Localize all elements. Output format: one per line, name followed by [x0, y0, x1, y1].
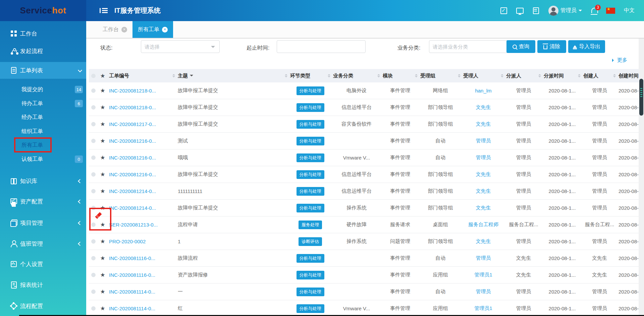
sort-caret-icon[interactable] [328, 73, 330, 79]
row-select-dot[interactable] [91, 172, 96, 177]
select-all-dot[interactable] [91, 74, 96, 78]
table-row[interactable]: ★INC-2020081214-0...1111111111分析与处理信息运维平… [89, 183, 644, 200]
vertical-scrollbar[interactable] [639, 39, 644, 316]
form-list-icon[interactable] [532, 7, 540, 14]
ticket-id-link[interactable]: INC-2020081218-0... [109, 105, 156, 110]
row-select-dot[interactable] [91, 306, 96, 311]
header-id[interactable]: 工单编号 [108, 73, 176, 79]
sort-caret-icon[interactable] [578, 73, 581, 79]
star-icon[interactable]: ★ [100, 288, 105, 295]
sort-caret-icon[interactable] [415, 73, 418, 79]
language-switcher[interactable]: 中文 [624, 7, 635, 14]
import-export-button[interactable]: 导入导出 [568, 40, 605, 53]
assignee-link[interactable]: 管理员1 [474, 272, 492, 278]
user-avatar[interactable] [548, 6, 558, 16]
tab-1[interactable]: 工作台× [97, 21, 132, 38]
row-select-dot[interactable] [91, 290, 96, 294]
ticket-id-link[interactable]: INC-2020081214-0... [109, 188, 156, 194]
row-select-dot[interactable] [91, 223, 96, 227]
star-icon[interactable]: ★ [100, 238, 105, 245]
assignee-link[interactable]: 文先生 [476, 188, 491, 194]
sort-caret-icon[interactable] [172, 73, 175, 79]
sidebar-item-9[interactable]: 认领工单0 [0, 151, 86, 168]
row-select-dot[interactable] [91, 88, 96, 93]
star-icon[interactable]: ★ [100, 87, 105, 94]
row-select-dot[interactable] [91, 189, 96, 193]
todo-check-icon[interactable] [500, 7, 507, 14]
ticket-id-link[interactable]: INC-2020081114-0... [109, 306, 155, 311]
header-subject[interactable]: 主题 [176, 73, 289, 79]
sidebar-item-1[interactable]: 工作台 [0, 25, 86, 42]
sidebar-item-14[interactable]: 个人设置 [0, 256, 86, 272]
star-icon[interactable]: ★ [100, 72, 105, 79]
more-link[interactable]: 更多 [612, 57, 627, 63]
table-row[interactable]: ★INC-2020081116-0...故障流程分析与处理事件管理自动管理员文先… [89, 250, 644, 267]
star-icon[interactable]: ★ [100, 121, 105, 128]
assignee-link[interactable]: 管理员1 [474, 305, 492, 312]
table-row[interactable]: ★INC-2020081218-0...故障申报工单提交分析与处理电脑外设事件管… [89, 82, 644, 99]
table-row[interactable]: ★INC-2020081217-0...故障申报工单提交分析与处理容灾备份软件事… [89, 116, 644, 133]
row-select-dot[interactable] [91, 206, 96, 210]
user-menu[interactable]: 管理员 [548, 6, 582, 16]
row-select-dot[interactable] [91, 139, 96, 143]
header-stage[interactable]: 环节类型 [289, 73, 332, 79]
sort-caret-icon[interactable] [613, 73, 616, 79]
notifications-button[interactable]: 3 [591, 8, 597, 14]
sort-caret-icon[interactable] [538, 73, 541, 79]
assignee-link[interactable]: 管理员 [476, 154, 491, 161]
screen-monitor-icon[interactable] [516, 7, 524, 14]
ticket-id-link[interactable]: SER-2020081213-0... [109, 222, 158, 228]
star-icon[interactable]: ★ [100, 305, 105, 312]
assignee-link[interactable]: han_lm [475, 88, 491, 93]
table-row[interactable]: ★INC-2020081116-0...资产故障报修分析与处理事件管理应用组管理… [89, 267, 644, 283]
table-row[interactable]: ★INC-2020081216-0...哦哦分析与处理Vmware V...事件… [89, 149, 644, 166]
ticket-id-link[interactable]: PRO-2020-0002 [109, 239, 146, 244]
header-module[interactable]: 模块 [381, 73, 419, 79]
ticket-id-link[interactable]: INC-2020081114-0... [109, 289, 155, 295]
ticket-id-link[interactable]: INC-2020081217-0... [109, 121, 156, 127]
ticket-id-link[interactable]: INC-2020081214-0... [109, 205, 156, 211]
tab-close-icon[interactable]: × [162, 27, 168, 33]
clear-button[interactable]: 清除 [537, 40, 566, 53]
table-row[interactable]: ★INC-2020081114-0...红分析与处理Vmware V...事件管… [89, 300, 644, 316]
row-select-dot[interactable] [91, 273, 96, 277]
assignee-link[interactable]: 文先生 [476, 121, 491, 127]
star-icon[interactable]: ★ [100, 137, 105, 144]
star-icon[interactable]: ★ [100, 188, 105, 195]
sort-caret-icon[interactable] [285, 73, 287, 79]
menu-toggle-icon[interactable] [100, 8, 108, 14]
search-button[interactable]: 查询 [506, 40, 535, 53]
assignee-link[interactable]: 文先生 [476, 238, 491, 245]
table-row[interactable]: ★INC-2020081114-0...一分析与处理事件管理自动管理员管理员20… [89, 283, 644, 300]
header-group[interactable]: 受理组 [419, 73, 462, 79]
assignee-link[interactable]: 管理员 [476, 289, 491, 295]
sort-caret-icon[interactable] [458, 73, 461, 79]
assignee-link[interactable]: 管理员 [476, 138, 491, 144]
ticket-id-link[interactable]: INC-2020081218-0... [109, 88, 156, 93]
star-icon[interactable]: ★ [100, 154, 105, 161]
sidebar-item-13[interactable]: 值班管理 [0, 235, 86, 252]
sidebar-item-12[interactable]: 项目管理 [0, 214, 86, 231]
table-row[interactable]: ★INC-2020081216-0...故障申报工单提交分析与处理信息运维平台事… [89, 166, 644, 183]
assignee-link[interactable]: 文先生 [476, 205, 491, 211]
sort-caret-icon[interactable] [377, 73, 380, 79]
table-row[interactable]: ★INC-2020081214-0...故障申报工单提交分析与处理操作系统事件管… [89, 200, 644, 216]
star-icon[interactable]: ★ [100, 104, 105, 111]
table-row[interactable]: ★INC-2020081216-0...测试分析与处理事件管理自动管理员管理员2… [89, 133, 644, 149]
sidebar-item-2[interactable]: 发起流程 [0, 43, 86, 59]
sidebar-item-10[interactable]: 知识库 [0, 173, 86, 189]
row-select-dot[interactable] [91, 239, 96, 244]
header-dispatcher[interactable]: 分派人 [505, 73, 542, 79]
sort-caret-icon[interactable] [501, 73, 503, 79]
table-row[interactable]: ★PRO-2020-00021诊断评估操作系统问题管理部门领导组文先生管理员20… [89, 233, 644, 250]
status-select[interactable] [141, 40, 220, 53]
table-row[interactable]: ★SER-2020081213-0...流程申请服务处理硬件故障服务请求桌面组服… [89, 216, 644, 233]
ticket-id-link[interactable]: INC-2020081216-0... [109, 138, 156, 144]
row-select-dot[interactable] [91, 122, 96, 126]
sidebar-item-15[interactable]: 报表统计 [0, 276, 86, 293]
biz-category-input[interactable] [429, 40, 517, 53]
china-flag-icon[interactable] [606, 8, 615, 14]
star-icon[interactable]: ★ [100, 271, 105, 278]
header-creator[interactable]: 创建人 [582, 73, 617, 79]
time-range-input[interactable] [277, 40, 366, 53]
